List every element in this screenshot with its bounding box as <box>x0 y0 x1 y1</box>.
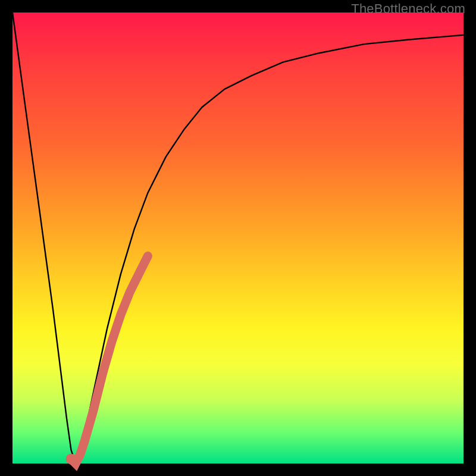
bottleneck-curve-svg <box>12 12 464 464</box>
highlight-segment <box>71 256 148 464</box>
plot-area <box>12 12 464 464</box>
chart-frame: TheBottleneck.com <box>0 0 476 476</box>
source-attribution: TheBottleneck.com <box>351 1 465 17</box>
bottleneck-curve <box>12 12 464 464</box>
highlight-end-dot <box>66 453 77 464</box>
